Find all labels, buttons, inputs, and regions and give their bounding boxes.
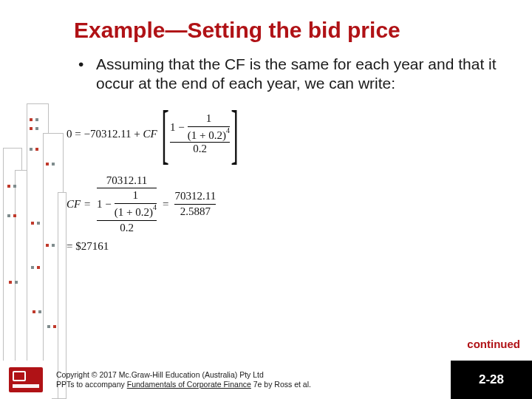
copyright-line: Copyright © 2017 Mc.Graw-Hill Education … <box>56 370 451 380</box>
bullet-text: Assuming that the CF is the same for eac… <box>96 55 511 94</box>
slide-title: Example—Setting the bid price <box>74 18 511 43</box>
cf-equals: CF = <box>66 198 91 211</box>
rate-exp: 4 <box>226 126 230 134</box>
attr-prefix: PPTs to accompany <box>56 380 127 389</box>
rate-base: (1 + 0.2) <box>188 129 226 141</box>
inner-frac-top: 1 <box>206 113 212 125</box>
left-bracket-icon: [ <box>161 107 168 162</box>
book-icon <box>9 367 43 392</box>
bullet-item: • Assuming that the CF is the same for e… <box>78 55 511 94</box>
equation-block: 0 = −70312.11 + CF [ 1 − 1 (1 + 0.2)4 0.… <box>66 107 511 253</box>
page-number: 2-28 <box>451 361 532 399</box>
denom-rate-base: (1 + 0.2) <box>115 206 153 218</box>
attr-suffix: 7e by Ross et al. <box>251 380 311 389</box>
equation-npv: 0 = −70312.11 + CF [ 1 − 1 (1 + 0.2)4 0.… <box>66 107 511 162</box>
right-bracket-icon: ] <box>231 107 239 162</box>
footer: Copyright © 2017 Mc.Graw-Hill Education … <box>0 361 532 399</box>
equals-sign: = <box>163 198 168 211</box>
cf-symbol: CF <box>143 128 157 140</box>
attribution-line: PPTs to accompany Fundamentals of Corpor… <box>56 380 451 389</box>
attr-title: Fundamentals of Corporate Finance <box>127 380 251 389</box>
denom-one-minus: 1 − <box>97 199 112 211</box>
npv-prefix: 0 = −70312.11 + <box>66 128 143 140</box>
cf-outer-denom: 0.2 <box>120 222 134 234</box>
equation-cf-solve: CF = 70312.11 1 − 1 (1 + 0.2)4 0.2 <box>66 175 511 234</box>
equation-result: = $27161 <box>66 240 511 253</box>
one-minus: 1 − <box>170 121 185 134</box>
denom-inner-one: 1 <box>133 190 139 202</box>
denom-rate-exp: 4 <box>153 203 157 211</box>
inner-denom: 0.2 <box>193 143 207 155</box>
continued-label: continued <box>467 338 520 350</box>
cf-frac-num: 70312.11 <box>106 175 148 187</box>
bullet-marker: • <box>78 55 89 94</box>
publisher-logo <box>0 361 52 399</box>
rhs-num: 70312.11 <box>174 191 216 202</box>
copyright-block: Copyright © 2017 Mc.Graw-Hill Education … <box>52 361 451 399</box>
rhs-den: 2.5887 <box>180 206 211 218</box>
